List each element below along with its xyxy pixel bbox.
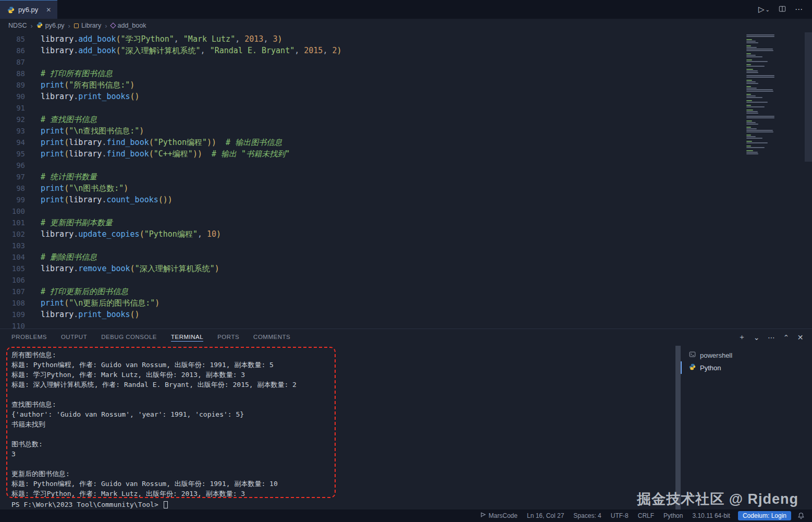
- breadcrumb-item-folder[interactable]: NDSC: [8, 22, 27, 29]
- code-line[interactable]: 90library.print_books(): [0, 91, 812, 102]
- panel-tab-output[interactable]: OUTPUT: [61, 334, 87, 342]
- minimap[interactable]: [746, 34, 777, 156]
- code-line[interactable]: 89print("所有图书信息:"): [0, 79, 812, 91]
- line-number: 90: [0, 91, 25, 102]
- code-line[interactable]: 93print("\n查找图书信息:"): [0, 125, 812, 137]
- code-line[interactable]: 108print("\n更新后的图书信息:"): [0, 297, 812, 309]
- line-content: print("所有图书信息:"): [41, 79, 134, 91]
- statusbar-language[interactable]: Python: [659, 512, 687, 519]
- terminal-panel-body: 所有图书信息:标题: Python编程, 作者: Guido van Rossu…: [0, 346, 812, 509]
- symbol-class-icon: [74, 23, 79, 28]
- editor-tab-py6[interactable]: py6.py ✕: [0, 0, 57, 19]
- code-line[interactable]: 98print("\n图书总数:"): [0, 183, 812, 194]
- line-content: library.update_copies("Python编程", 10): [41, 228, 221, 240]
- minimap-line: [746, 122, 756, 123]
- panel-more-button[interactable]: ⋯: [768, 333, 776, 342]
- code-line[interactable]: 91: [0, 102, 812, 114]
- status-bar: MarsCode Ln 16, Col 27 Spaces: 4 UTF-8 C…: [0, 509, 812, 522]
- line-number: 110: [0, 320, 25, 329]
- minimap-line: [746, 135, 751, 136]
- editor-actions: ▷ ⌄ ⋯: [758, 0, 812, 19]
- code-line[interactable]: 94print(library.find_book("Python编程")) #…: [0, 137, 812, 148]
- editor-scrollbar[interactable]: [805, 32, 812, 162]
- code-line[interactable]: 96: [0, 160, 812, 171]
- line-content: # 统计图书数量: [41, 171, 97, 183]
- terminal-view[interactable]: 所有图书信息:标题: Python编程, 作者: Guido van Rossu…: [0, 346, 675, 509]
- run-button[interactable]: ▷ ⌄: [758, 5, 770, 14]
- minimap-line: [746, 100, 752, 101]
- code-line[interactable]: 85library.add_book("学习Python", "Mark Lut…: [0, 33, 812, 45]
- panel-close-button[interactable]: ✕: [797, 333, 804, 342]
- statusbar-indentation[interactable]: Spaces: 4: [569, 512, 606, 519]
- code-line[interactable]: 104# 删除图书信息: [0, 251, 812, 263]
- code-line[interactable]: 103: [0, 240, 812, 251]
- breadcrumb-item-class[interactable]: Library: [74, 22, 101, 29]
- minimap-line: [746, 53, 751, 54]
- terminal-process-python[interactable]: Python: [681, 361, 812, 374]
- line-number: 106: [0, 274, 25, 286]
- panel-tab-problems[interactable]: PROBLEMS: [11, 334, 47, 342]
- panel-tab-bar: PROBLEMS OUTPUT DEBUG CONSOLE TERMINAL P…: [0, 329, 812, 346]
- terminal-line: 标题: 深入理解计算机系统, 作者: Randal E. Bryant, 出版年…: [11, 380, 675, 390]
- terminal-line: 查找图书信息:: [11, 399, 675, 409]
- statusbar-marscode[interactable]: MarsCode: [476, 512, 522, 519]
- code-line[interactable]: 95print(library.find_book("C++编程")) # 输出…: [0, 148, 812, 160]
- statusbar-eol[interactable]: CRLF: [633, 512, 659, 519]
- code-line[interactable]: 99print(library.count_books()): [0, 194, 812, 205]
- code-line[interactable]: 87: [0, 56, 812, 68]
- code-line[interactable]: 102library.update_copies("Python编程", 10): [0, 228, 812, 240]
- minimap-line: [746, 105, 751, 106]
- breadcrumb-item-method[interactable]: add_book: [111, 22, 146, 29]
- code-line[interactable]: 106: [0, 274, 812, 286]
- breadcrumb-separator: ›: [105, 22, 107, 30]
- code-line[interactable]: 109library.print_books(): [0, 309, 812, 320]
- statusbar-codeium-login[interactable]: Codeium: Login: [738, 511, 791, 520]
- minimap-line: [746, 110, 753, 111]
- tab-close-icon[interactable]: ✕: [46, 6, 51, 14]
- line-number: 99: [0, 194, 25, 205]
- line-content: print(library.find_book("Python编程")) # 输…: [41, 137, 282, 148]
- panel-tab-debug-console[interactable]: DEBUG CONSOLE: [101, 334, 157, 342]
- statusbar-encoding[interactable]: UTF-8: [606, 512, 633, 519]
- notifications-bell-icon[interactable]: [794, 512, 808, 519]
- marscode-icon: [481, 512, 486, 519]
- split-editor-button[interactable]: [779, 5, 786, 14]
- panel-tab-ports[interactable]: PORTS: [217, 334, 239, 342]
- terminal-line: 3: [11, 449, 675, 459]
- minimap-line: [746, 106, 765, 107]
- line-content: library.print_books(): [41, 309, 140, 320]
- code-line[interactable]: 92# 查找图书信息: [0, 114, 812, 125]
- terminal-scrollbar[interactable]: [675, 346, 681, 509]
- code-editor[interactable]: 85library.add_book("学习Python", "Mark Lut…: [0, 32, 812, 329]
- code-line[interactable]: 100: [0, 205, 812, 217]
- code-line[interactable]: 97# 统计图书数量: [0, 171, 812, 183]
- new-terminal-button[interactable]: ＋: [738, 333, 746, 342]
- terminal-process-powershell[interactable]: powershell: [681, 349, 812, 361]
- more-actions-button[interactable]: ⋯: [795, 5, 803, 14]
- code-line[interactable]: 107# 打印更新后的图书信息: [0, 286, 812, 297]
- breadcrumb-item-file[interactable]: py6.py: [36, 22, 65, 30]
- python-icon: [689, 363, 696, 372]
- code-line[interactable]: 110: [0, 320, 812, 329]
- code-line[interactable]: 86library.add_book("深入理解计算机系统", "Randal …: [0, 45, 812, 56]
- minimap-line: [746, 61, 768, 62]
- line-number: 102: [0, 228, 25, 240]
- statusbar-cursor-position[interactable]: Ln 16, Col 27: [522, 512, 569, 519]
- line-number: 86: [0, 45, 25, 56]
- panel-actions: ＋ ⌄ ⋯ ⌃ ✕: [738, 333, 812, 342]
- code-line[interactable]: 88# 打印所有图书信息: [0, 68, 812, 79]
- panel-tab-terminal[interactable]: TERMINAL: [171, 334, 203, 342]
- minimap-line: [746, 83, 758, 84]
- panel-tab-comments[interactable]: COMMENTS: [253, 334, 290, 342]
- minimap-line: [746, 94, 751, 95]
- run-icon: ▷: [758, 5, 765, 14]
- terminal-prompt-line[interactable]: PS F:\Work\2023 Tool\Community\Tool>: [11, 500, 675, 509]
- minimap-line: [746, 48, 773, 50]
- line-number: 88: [0, 68, 25, 79]
- python-file-icon: [7, 6, 15, 14]
- panel-maximize-button[interactable]: ⌃: [783, 333, 790, 342]
- code-line[interactable]: 101# 更新图书副本数量: [0, 217, 812, 228]
- statusbar-interpreter[interactable]: 3.10.11 64-bit: [687, 512, 735, 519]
- code-line[interactable]: 105library.remove_book("深入理解计算机系统"): [0, 263, 812, 274]
- terminal-dropdown-icon[interactable]: ⌄: [754, 333, 760, 342]
